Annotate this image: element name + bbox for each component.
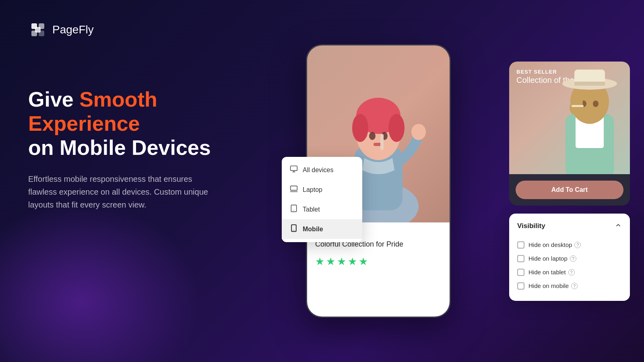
description-text: Effortless mobile responsiveness that en… [28,173,221,211]
phone-stars: ★ ★ ★ ★ ★ [315,255,442,268]
visibility-title: Visibility [517,222,545,230]
svg-point-13 [293,230,294,230]
hide-mobile-checkbox[interactable] [517,282,524,290]
logo: PageFly [28,20,229,39]
product-card-image: BEST SELLER Collection of the Year [509,62,630,174]
device-dropdown[interactable]: All devices Laptop Tablet [282,157,362,242]
svg-point-32 [593,101,599,107]
headline-suffix: on Mobile Devices [28,136,211,159]
dropdown-label-laptop: Laptop [303,186,322,193]
mobile-icon [290,224,298,234]
logo-icon [28,20,47,39]
dropdown-label-all: All devices [303,167,333,174]
svg-point-11 [293,210,294,211]
svg-point-18 [352,114,368,142]
product-card-person-illustration [545,62,630,174]
hide-desktop-checkbox[interactable] [517,241,524,249]
dropdown-label-mobile: Mobile [303,226,323,233]
star-4: ★ [348,255,357,268]
svg-point-24 [411,124,426,140]
dropdown-item-laptop[interactable]: Laptop [282,180,362,200]
right-section: BEST SELLER Collection of the Year [499,0,644,362]
headline: Give Smooth Experience on Mobile Devices [28,88,229,173]
svg-rect-4 [35,27,41,33]
dropdown-item-all-devices[interactable]: All devices [282,160,362,180]
hide-tablet-checkbox[interactable] [517,269,524,276]
product-card: BEST SELLER Collection of the Year [509,62,630,206]
star-3: ★ [337,255,346,268]
hide-laptop-label: Hide on laptop ? [528,255,576,262]
visibility-item-laptop: Hide on laptop ? [517,252,622,265]
hide-tablet-help-icon[interactable]: ? [568,269,575,276]
svg-rect-23 [380,134,384,150]
dropdown-label-tablet: Tablet [303,206,320,213]
svg-point-19 [388,114,405,142]
star-2: ★ [326,255,335,268]
hide-desktop-help-icon[interactable]: ? [574,242,581,248]
visibility-item-desktop: Hide on desktop ? [517,238,622,252]
visibility-panel: Visibility Hide on desktop ? Hide on lap… [509,214,630,301]
headline-prefix: Give [28,88,79,111]
center-section: All devices Laptop Tablet [258,0,499,362]
svg-rect-35 [572,105,584,107]
left-section: PageFly Give Smooth Experience on Mobile… [0,0,258,362]
svg-point-34 [576,94,583,110]
svg-rect-8 [291,186,297,190]
visibility-item-tablet: Hide on tablet ? [517,265,622,279]
star-1: ★ [315,255,324,268]
visibility-item-mobile: Hide on mobile ? [517,279,622,293]
hide-laptop-help-icon[interactable]: ? [570,255,576,262]
hide-laptop-checkbox[interactable] [517,255,524,262]
logo-text: PageFly [52,23,94,36]
dropdown-item-mobile[interactable]: Mobile [282,219,362,239]
hide-tablet-label: Hide on tablet ? [528,269,575,276]
svg-rect-5 [291,166,297,171]
tablet-icon [290,204,298,214]
star-5: ★ [359,255,368,268]
add-to-cart-button[interactable]: Add To Cart [516,181,623,199]
svg-rect-30 [574,82,605,86]
hide-mobile-help-icon[interactable]: ? [571,283,578,289]
hide-desktop-label: Hide on desktop ? [528,241,581,248]
hide-mobile-label: Hide on mobile ? [528,282,578,289]
dropdown-item-tablet[interactable]: Tablet [282,200,362,219]
visibility-collapse-icon[interactable] [615,222,622,231]
monitor-icon [290,165,298,175]
laptop-icon [290,185,298,195]
svg-point-20 [369,132,376,140]
visibility-header: Visibility [517,222,622,231]
